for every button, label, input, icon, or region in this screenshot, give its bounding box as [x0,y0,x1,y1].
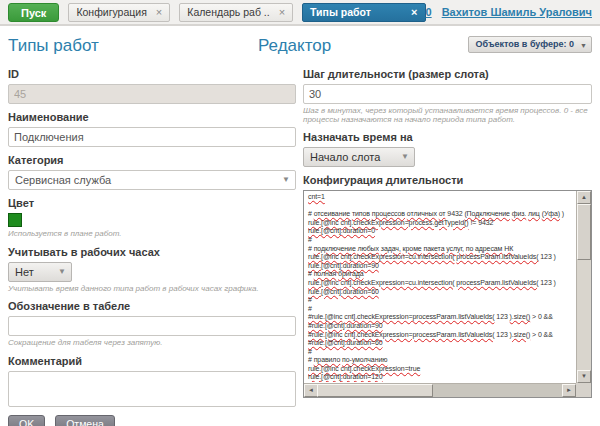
assign-time-label: Назначать время на [303,131,592,143]
id-field [8,84,296,104]
tabel-label: Обозначение в табеле [8,300,296,312]
tab-configuration[interactable]: Конфигурация × [68,3,170,22]
work-hours-hint: Учитывать время данного типа работ в раб… [8,285,296,294]
tabel-hint: Сокращение для табеля через запятую. [8,339,296,348]
name-field[interactable] [8,127,296,147]
color-swatch[interactable] [8,213,22,227]
start-button[interactable]: Пуск [8,3,59,22]
chevron-down-icon: ▼ [580,38,587,53]
scroll-up-icon[interactable]: ▲ [577,191,591,204]
buffer-dropdown-label: Объектов в буфере: 0 [476,39,574,49]
scrollbar-thumb[interactable] [577,204,591,260]
scroll-down-icon[interactable]: ▼ [577,370,591,383]
cancel-button[interactable]: Отмена [55,415,115,426]
close-icon[interactable]: × [411,7,417,18]
close-icon[interactable]: × [156,7,162,18]
chevron-down-icon: ▼ [401,148,409,166]
category-select-value: Сервисная служба [15,174,111,186]
id-label: ID [8,68,296,80]
work-type-form: ID Наименование Категория Сервисная служ… [8,66,296,426]
tabel-field[interactable] [8,316,296,336]
assign-time-select-value: Начало слота [310,151,380,163]
chevron-down-icon: ▼ [282,171,290,189]
close-icon[interactable]: × [279,7,285,18]
scrollbar-thumb[interactable] [317,384,433,397]
category-select[interactable]: Сервисная служба ▼ [8,170,296,190]
vertical-scrollbar[interactable]: ▲ ▼ [576,191,591,383]
scroll-right-icon[interactable]: ► [562,384,576,397]
color-label: Цвет [8,197,296,209]
slot-step-hint: Шаг в минутах, через который устанавлива… [303,107,592,124]
tab-work-types-label: Типы работ [310,6,371,18]
work-hours-label: Учитывать в рабочих часах [8,246,296,258]
comment-label: Комментарий [8,355,296,367]
tab-work-types[interactable]: Типы работ × [302,3,425,22]
editor-panel: Шаг длительности (размер слота) Шаг в ми… [303,66,592,398]
assign-time-select[interactable]: Начало слота ▼ [303,147,415,167]
name-label: Наименование [8,111,296,123]
work-hours-select-value: Нет [15,266,34,278]
slot-step-field[interactable] [303,84,592,104]
duration-config-editor[interactable]: cnt=1 # отсеивание типов процессов отлич… [303,190,592,398]
tab-calendar-label: Календарь раб .. [187,6,269,18]
horizontal-scrollbar[interactable]: ◄ ► [304,383,576,397]
page-title: Типы работ [8,36,99,56]
tab-calendar[interactable]: Календарь раб .. × [179,3,293,22]
color-hint: Используется в плане работ. [8,230,296,239]
buffer-dropdown-button[interactable]: Объектов в буфере: 0 ▼ [468,36,592,53]
work-hours-select[interactable]: Нет ▼ [8,262,72,282]
user-link[interactable]: Вахитов Шамиль Уралович [442,6,592,18]
scrollbar-corner [576,383,591,397]
category-label: Категория [8,154,296,166]
topbar: Пуск Конфигурация × Календарь раб .. × Т… [0,0,600,26]
buffer-count-link[interactable]: 0 [426,6,432,18]
scroll-left-icon[interactable]: ◄ [304,384,318,397]
chevron-down-icon: ▼ [58,263,66,281]
tab-configuration-label: Конфигурация [76,6,146,18]
editor-title: Редактор [258,36,331,56]
comment-field[interactable] [8,371,296,407]
duration-config-code: cnt=1 # отсеивание типов процессов отлич… [305,192,575,382]
topbar-links: 0 Вахитов Шамиль Уралович [426,6,592,18]
form-buttons: OK Отмена [8,415,296,426]
slot-step-label: Шаг длительности (размер слота) [303,68,592,80]
duration-config-label: Конфигурация длительности [303,174,592,186]
ok-button[interactable]: OK [8,415,45,426]
